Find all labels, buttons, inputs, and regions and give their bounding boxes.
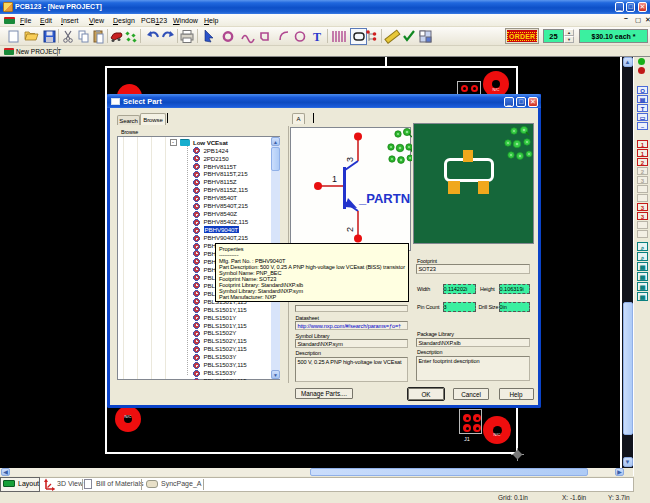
svg-text:T: T bbox=[313, 30, 321, 44]
svg-text:1: 1 bbox=[332, 174, 337, 184]
svg-text:_PARTN: _PARTN bbox=[358, 191, 410, 206]
svg-text:3: 3 bbox=[345, 157, 355, 162]
svg-text:2: 2 bbox=[345, 227, 355, 232]
